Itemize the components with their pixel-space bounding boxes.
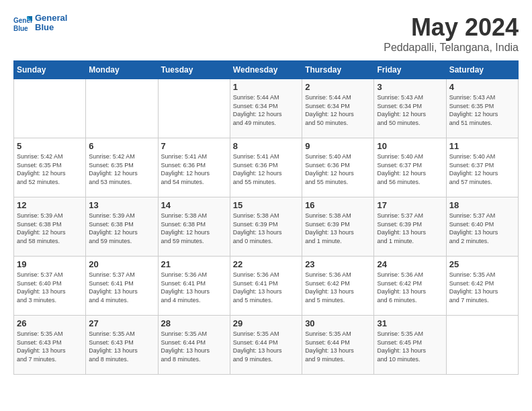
day-number: 8 <box>233 141 299 151</box>
day-info: Sunrise: 5:36 AM Sunset: 6:42 PM Dayligh… <box>377 271 443 304</box>
day-info: Sunrise: 5:38 AM Sunset: 6:39 PM Dayligh… <box>233 212 299 245</box>
calendar-cell <box>14 79 86 138</box>
calendar-cell: 28Sunrise: 5:35 AM Sunset: 6:44 PM Dayli… <box>158 316 230 375</box>
day-info: Sunrise: 5:40 AM Sunset: 6:37 PM Dayligh… <box>377 152 443 186</box>
day-number: 6 <box>89 141 154 151</box>
day-info: Sunrise: 5:37 AM Sunset: 6:40 PM Dayligh… <box>449 212 515 245</box>
calendar-cell: 24Sunrise: 5:36 AM Sunset: 6:42 PM Dayli… <box>374 257 446 316</box>
day-number: 20 <box>89 259 154 269</box>
day-info: Sunrise: 5:37 AM Sunset: 6:41 PM Dayligh… <box>89 271 154 304</box>
calendar-cell: 14Sunrise: 5:38 AM Sunset: 6:38 PM Dayli… <box>158 197 230 257</box>
calendar-cell: 31Sunrise: 5:35 AM Sunset: 6:45 PM Dayli… <box>374 316 446 375</box>
calendar-cell: 7Sunrise: 5:41 AM Sunset: 6:36 PM Daylig… <box>158 138 230 197</box>
day-info: Sunrise: 5:44 AM Sunset: 6:34 PM Dayligh… <box>305 93 371 127</box>
calendar-cell: 9Sunrise: 5:40 AM Sunset: 6:36 PM Daylig… <box>302 138 374 197</box>
day-number: 16 <box>305 200 371 210</box>
day-info: Sunrise: 5:40 AM Sunset: 6:36 PM Dayligh… <box>305 152 371 186</box>
header-day: Tuesday <box>158 61 230 79</box>
calendar-cell <box>86 79 158 138</box>
logo-line2: Blue <box>35 23 67 32</box>
day-number: 2 <box>305 82 371 92</box>
day-number: 3 <box>377 82 443 92</box>
day-info: Sunrise: 5:42 AM Sunset: 6:35 PM Dayligh… <box>17 152 83 186</box>
day-number: 5 <box>17 141 83 151</box>
day-info: Sunrise: 5:41 AM Sunset: 6:36 PM Dayligh… <box>233 152 299 186</box>
day-info: Sunrise: 5:41 AM Sunset: 6:36 PM Dayligh… <box>161 152 227 186</box>
day-number: 21 <box>161 259 227 269</box>
calendar-week: 19Sunrise: 5:37 AM Sunset: 6:40 PM Dayli… <box>14 257 519 316</box>
calendar-cell: 17Sunrise: 5:37 AM Sunset: 6:39 PM Dayli… <box>374 197 446 257</box>
day-info: Sunrise: 5:39 AM Sunset: 6:38 PM Dayligh… <box>17 212 83 245</box>
header-day: Saturday <box>446 61 518 79</box>
calendar-cell: 25Sunrise: 5:35 AM Sunset: 6:42 PM Dayli… <box>446 257 518 316</box>
day-info: Sunrise: 5:35 AM Sunset: 6:44 PM Dayligh… <box>161 330 227 363</box>
calendar-cell: 26Sunrise: 5:35 AM Sunset: 6:43 PM Dayli… <box>14 316 86 375</box>
day-info: Sunrise: 5:36 AM Sunset: 6:42 PM Dayligh… <box>305 271 371 304</box>
day-info: Sunrise: 5:38 AM Sunset: 6:38 PM Dayligh… <box>161 212 227 245</box>
day-info: Sunrise: 5:36 AM Sunset: 6:41 PM Dayligh… <box>233 271 299 304</box>
day-number: 24 <box>377 259 443 269</box>
day-info: Sunrise: 5:35 AM Sunset: 6:44 PM Dayligh… <box>233 330 299 363</box>
day-info: Sunrise: 5:37 AM Sunset: 6:39 PM Dayligh… <box>377 212 443 245</box>
calendar-table: SundayMondayTuesdayWednesdayThursdayFrid… <box>13 60 519 375</box>
calendar-cell: 8Sunrise: 5:41 AM Sunset: 6:36 PM Daylig… <box>230 138 302 197</box>
day-number: 9 <box>305 141 371 151</box>
day-number: 28 <box>161 318 227 328</box>
calendar-cell: 13Sunrise: 5:39 AM Sunset: 6:38 PM Dayli… <box>86 197 158 257</box>
day-info: Sunrise: 5:35 AM Sunset: 6:45 PM Dayligh… <box>377 330 443 363</box>
calendar-cell: 18Sunrise: 5:37 AM Sunset: 6:40 PM Dayli… <box>446 197 518 257</box>
header-day: Sunday <box>14 61 86 79</box>
day-number: 26 <box>17 318 83 328</box>
day-number: 10 <box>377 141 443 151</box>
calendar-cell: 16Sunrise: 5:38 AM Sunset: 6:39 PM Dayli… <box>302 197 374 257</box>
logo-line1: General <box>35 13 67 23</box>
calendar-cell: 20Sunrise: 5:37 AM Sunset: 6:41 PM Dayli… <box>86 257 158 316</box>
day-info: Sunrise: 5:35 AM Sunset: 6:42 PM Dayligh… <box>449 271 515 304</box>
day-number: 27 <box>89 318 154 328</box>
day-number: 1 <box>233 82 299 92</box>
calendar-cell: 3Sunrise: 5:43 AM Sunset: 6:34 PM Daylig… <box>374 79 446 138</box>
svg-text:Blue: Blue <box>13 25 28 32</box>
day-info: Sunrise: 5:38 AM Sunset: 6:39 PM Dayligh… <box>305 212 371 245</box>
day-number: 31 <box>377 318 443 328</box>
calendar-week: 1Sunrise: 5:44 AM Sunset: 6:34 PM Daylig… <box>14 79 519 138</box>
day-info: Sunrise: 5:35 AM Sunset: 6:43 PM Dayligh… <box>89 330 154 363</box>
calendar-title: May 2024 <box>384 13 519 42</box>
page-header: General Blue General Blue May 2024 Pedda… <box>13 13 519 54</box>
calendar-cell: 11Sunrise: 5:40 AM Sunset: 6:37 PM Dayli… <box>446 138 518 197</box>
day-number: 14 <box>161 200 227 210</box>
calendar-cell: 10Sunrise: 5:40 AM Sunset: 6:37 PM Dayli… <box>374 138 446 197</box>
day-info: Sunrise: 5:43 AM Sunset: 6:34 PM Dayligh… <box>377 93 443 127</box>
day-info: Sunrise: 5:43 AM Sunset: 6:35 PM Dayligh… <box>449 93 515 127</box>
day-info: Sunrise: 5:44 AM Sunset: 6:34 PM Dayligh… <box>233 93 299 127</box>
calendar-cell: 15Sunrise: 5:38 AM Sunset: 6:39 PM Dayli… <box>230 197 302 257</box>
calendar-cell: 27Sunrise: 5:35 AM Sunset: 6:43 PM Dayli… <box>86 316 158 375</box>
day-number: 13 <box>89 200 154 210</box>
day-number: 22 <box>233 259 299 269</box>
day-number: 15 <box>233 200 299 210</box>
calendar-cell: 19Sunrise: 5:37 AM Sunset: 6:40 PM Dayli… <box>14 257 86 316</box>
header-day: Friday <box>374 61 446 79</box>
day-info: Sunrise: 5:40 AM Sunset: 6:37 PM Dayligh… <box>449 152 515 186</box>
day-number: 29 <box>233 318 299 328</box>
calendar-subtitle: Peddapalli, Telangana, India <box>384 42 519 54</box>
header-row: SundayMondayTuesdayWednesdayThursdayFrid… <box>14 61 519 79</box>
calendar-cell: 1Sunrise: 5:44 AM Sunset: 6:34 PM Daylig… <box>230 79 302 138</box>
calendar-cell <box>158 79 230 138</box>
day-info: Sunrise: 5:39 AM Sunset: 6:38 PM Dayligh… <box>89 212 154 245</box>
calendar-week: 5Sunrise: 5:42 AM Sunset: 6:35 PM Daylig… <box>14 138 519 197</box>
calendar-cell: 4Sunrise: 5:43 AM Sunset: 6:35 PM Daylig… <box>446 79 518 138</box>
logo-icon: General Blue <box>13 13 32 32</box>
day-number: 12 <box>17 200 83 210</box>
day-number: 7 <box>161 141 227 151</box>
calendar-cell <box>446 316 518 375</box>
calendar-cell: 22Sunrise: 5:36 AM Sunset: 6:41 PM Dayli… <box>230 257 302 316</box>
day-number: 17 <box>377 200 443 210</box>
day-info: Sunrise: 5:35 AM Sunset: 6:43 PM Dayligh… <box>17 330 83 363</box>
day-number: 30 <box>305 318 371 328</box>
day-info: Sunrise: 5:36 AM Sunset: 6:41 PM Dayligh… <box>161 271 227 304</box>
calendar-cell: 23Sunrise: 5:36 AM Sunset: 6:42 PM Dayli… <box>302 257 374 316</box>
calendar-cell: 12Sunrise: 5:39 AM Sunset: 6:38 PM Dayli… <box>14 197 86 257</box>
day-number: 11 <box>449 141 515 151</box>
day-number: 23 <box>305 259 371 269</box>
